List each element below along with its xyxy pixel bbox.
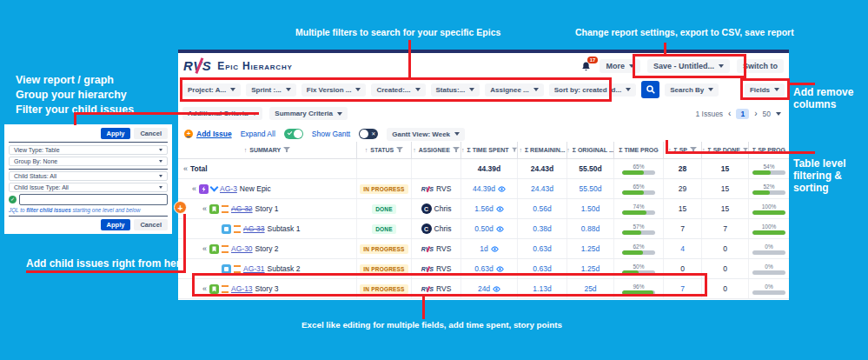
cell-sp-done[interactable]: 0 <box>701 239 748 258</box>
status-badge[interactable]: IN PROGRESS <box>360 184 407 194</box>
cancel-button[interactable]: Cancel <box>134 128 168 139</box>
current-page[interactable]: 1 <box>736 109 749 119</box>
search-button[interactable] <box>641 81 659 98</box>
cell-sp-done[interactable]: 15 <box>701 199 748 218</box>
table-row-epic[interactable]: « AG-3 New Epic IN PROGRESS RVSRVS 44.39… <box>178 179 789 199</box>
issue-title[interactable]: Subtask 2 <box>268 264 301 273</box>
cell-sp[interactable]: 15 <box>663 199 701 218</box>
add-issue-button[interactable]: +Add Issue <box>184 130 232 138</box>
eye-icon[interactable] <box>491 246 499 252</box>
prev-page-icon[interactable]: ‹ <box>728 109 731 118</box>
epic-icon <box>199 184 209 194</box>
cell-time-spent[interactable]: 1d <box>480 244 487 253</box>
cell-time-spent[interactable]: 1.56d <box>474 204 493 213</box>
cell-sp-done[interactable]: 15 <box>701 179 748 198</box>
issue-key-link[interactable]: AG-3 <box>220 184 237 193</box>
eye-icon[interactable] <box>498 186 506 192</box>
assignee-name[interactable]: RVS <box>436 264 451 273</box>
collapse-icon[interactable]: « <box>192 184 196 193</box>
issue-key-link[interactable]: AG-33 <box>243 224 265 233</box>
status-badge[interactable]: IN PROGRESS <box>360 264 407 274</box>
issue-title[interactable]: Story 2 <box>255 244 279 253</box>
notification-bell-icon[interactable]: 17 <box>580 60 593 72</box>
cell-sp-done[interactable]: 0 <box>701 259 748 278</box>
col-time-spent[interactable]: ↑Σ TIME SPENT <box>461 142 517 158</box>
status-badge[interactable]: DONE <box>372 224 396 234</box>
cell-remaining[interactable]: 0.38d <box>517 219 567 238</box>
apply-button[interactable]: Apply <box>101 219 131 230</box>
expand-chevron-icon[interactable] <box>210 183 219 192</box>
table-row-subtask[interactable]: AG-33 Subtask 1 DONE CChris 0.50d 0.38d … <box>178 219 789 239</box>
story-icon <box>209 244 219 254</box>
cell-time-spent[interactable]: 0.63d <box>474 264 493 273</box>
apply-button[interactable]: Apply <box>101 128 131 139</box>
view-type-select[interactable]: View Type: Table <box>9 145 168 155</box>
jql-link[interactable]: filter child issues <box>26 207 70 213</box>
col-remaining[interactable]: ↑Σ REMAININ... <box>517 142 567 158</box>
cell-sp[interactable]: 29 <box>663 179 701 198</box>
page-size[interactable]: 50 <box>763 110 771 118</box>
cell-time-spent[interactable]: 44.39d <box>473 184 495 193</box>
issue-title[interactable]: New Epic <box>240 184 271 193</box>
cell-remaining[interactable]: 0.56d <box>517 199 567 218</box>
jql-input[interactable] <box>19 194 168 205</box>
expand-all-toggle[interactable] <box>284 129 303 139</box>
collapse-icon[interactable]: « <box>183 164 188 173</box>
cell-sp-done[interactable]: 0 <box>701 279 748 298</box>
eye-icon[interactable] <box>496 266 504 272</box>
col-assignee[interactable]: ↑ASSIGNEE <box>411 142 461 158</box>
issue-key-link[interactable]: AG-32 <box>231 204 253 213</box>
child-issue-type-select[interactable]: Child Issue Type: All <box>9 183 168 192</box>
show-gantt-toggle[interactable] <box>359 129 378 139</box>
group-by-select[interactable]: Group By: None <box>9 157 168 166</box>
cell-sp[interactable]: 7 <box>663 219 701 238</box>
add-child-issue-button[interactable]: + <box>174 201 187 214</box>
issue-title[interactable]: Story 1 <box>255 204 279 213</box>
cell-original[interactable]: 1.50d <box>567 199 613 218</box>
issue-title[interactable]: Subtask 1 <box>268 224 301 233</box>
table-row-total[interactable]: «Total 44.39d 24.43d 55.50d 65% 28 15 54… <box>178 159 789 179</box>
search-icon <box>646 84 656 95</box>
filter-icon[interactable] <box>396 147 403 153</box>
eye-icon[interactable] <box>496 206 504 212</box>
cell-time-spent[interactable]: 0.50d <box>474 224 493 233</box>
col-status[interactable]: ↑STATUS <box>356 142 411 158</box>
expand-all-button[interactable]: Expand All <box>241 130 275 138</box>
assignee-name[interactable]: Chris <box>434 224 452 233</box>
col-sp-done[interactable]: ↑Σ SP DONE <box>701 142 748 158</box>
issue-key-link[interactable]: AG-31 <box>243 264 265 273</box>
status-badge[interactable]: IN PROGRESS <box>360 244 407 254</box>
cell-remaining[interactable]: 24.43d <box>517 179 567 198</box>
summary-criteria-dropdown[interactable]: Summary Criteria <box>269 107 348 120</box>
collapse-icon[interactable]: « <box>202 244 207 253</box>
assignee-name[interactable]: RVS <box>436 184 451 193</box>
table-row-story[interactable]: « AG-32 Story 1 DONE CChris 1.56d 0.56d … <box>178 199 789 219</box>
cell-remaining[interactable]: 0.63d <box>517 239 567 258</box>
col-time-prog[interactable]: Σ TIME PROG <box>613 142 663 158</box>
child-status-select[interactable]: Child Status: All <box>9 171 168 181</box>
collapse-icon[interactable]: « <box>202 204 207 213</box>
eye-icon[interactable] <box>496 226 504 232</box>
cell-sp[interactable]: 4 <box>663 239 701 258</box>
status-badge[interactable]: DONE <box>372 204 396 214</box>
cancel-button[interactable]: Cancel <box>134 219 168 230</box>
assignee-name[interactable]: RVS <box>436 244 451 253</box>
gantt-view-dropdown[interactable]: Gantt View: Week <box>387 128 465 141</box>
next-page-icon[interactable]: › <box>754 109 757 118</box>
col-sp-prog[interactable]: Σ SP PROG <box>748 142 789 158</box>
search-by-dropdown[interactable]: Search By <box>665 83 719 97</box>
col-original[interactable]: ↑Σ ORIGINAL ... <box>567 142 613 158</box>
cell-original[interactable]: 0.88d <box>567 219 613 238</box>
cell-sp-done[interactable]: 7 <box>701 219 748 238</box>
filter-icon[interactable] <box>453 147 460 153</box>
cell-original[interactable]: 1.25d <box>567 239 613 258</box>
filter-icon[interactable] <box>283 147 290 153</box>
assignee-name[interactable]: Chris <box>434 204 452 213</box>
issue-key-link[interactable]: AG-30 <box>231 244 253 253</box>
col-sp[interactable]: ↑Σ SP <box>663 142 701 158</box>
subtask-icon <box>222 224 231 234</box>
table-row-story[interactable]: « AG-30 Story 2 IN PROGRESS RVSRVS 1d 0.… <box>178 239 789 259</box>
col-summary[interactable]: ↑SUMMARY <box>178 142 356 158</box>
chevron-down-icon <box>337 112 342 116</box>
cell-original[interactable]: 55.50d <box>567 179 613 198</box>
